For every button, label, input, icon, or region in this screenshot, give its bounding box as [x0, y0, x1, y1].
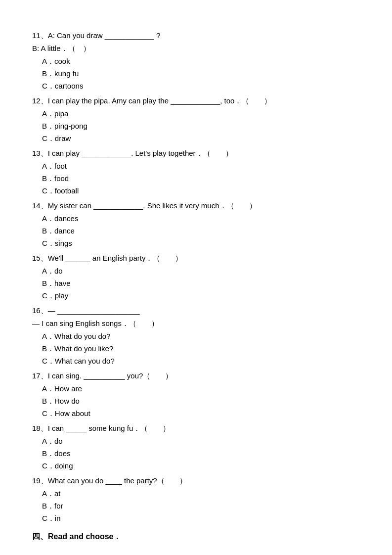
question-12-option-b: B．ping-pong [42, 120, 360, 132]
question-11-option-b: B．kung fu [42, 68, 360, 80]
question-19-option-c: C．in [42, 512, 360, 524]
question-18: 18、I can _____ some kung fu．（ ） A．do B．d… [32, 422, 360, 472]
question-12-number: 12、 [32, 96, 48, 105]
question-16-option-c: C．What can you do? [42, 355, 360, 367]
question-17: 17、I can sing. __________ you?（ ） A．How … [32, 370, 360, 419]
question-17-text: 17、I can sing. __________ you?（ ） [32, 370, 360, 382]
question-18-option-b: B．does [42, 448, 360, 460]
question-19-option-b: B．for [42, 500, 360, 512]
question-17-number: 17、 [32, 371, 48, 380]
question-12-option-c: C．draw [42, 133, 360, 144]
question-12-option-a: A．pipa [42, 108, 360, 120]
question-15-option-a: A．do [42, 265, 360, 277]
question-12: 12、I can play the pipa. Amy can play the… [32, 95, 360, 144]
question-14-option-a: A．dances [42, 213, 360, 225]
question-16-option-a: A．What do you do? [42, 330, 360, 342]
question-14-option-c: C．sings [42, 237, 360, 249]
question-17-option-b: B．How do [42, 395, 360, 407]
question-16: 16、— ____________________ — I can sing E… [32, 305, 360, 367]
question-15: 15、We'll ______ an English party．（ ） A．d… [32, 252, 360, 302]
question-16-subtext: — I can sing English songs．（ ） [32, 318, 360, 329]
question-19-text: 19、What can you do ____ the party?（ ） [32, 475, 360, 487]
question-15-option-b: B．have [42, 278, 360, 289]
question-11: 11、A: Can you draw ____________ ? B: A l… [32, 30, 360, 92]
question-17-option-a: A．How are [42, 383, 360, 395]
question-11-subtext: B: A little．（ ） [32, 43, 360, 54]
question-15-option-c: C．play [42, 290, 360, 302]
question-16-text: 16、— ____________________ [32, 305, 360, 317]
question-11-option-a: A．cook [42, 55, 360, 67]
question-16-option-b: B．What do you like? [42, 343, 360, 355]
question-13-option-c: C．football [42, 185, 360, 197]
question-11-option-c: C．cartoons [42, 80, 360, 92]
question-18-option-c: C．doing [42, 460, 360, 472]
question-15-number: 15、 [32, 254, 48, 262]
question-19-option-a: A．at [42, 488, 360, 500]
question-13: 13、I can play ____________. Let's play t… [32, 147, 360, 197]
question-19-number: 19、 [32, 476, 48, 485]
section-footer: 四、Read and choose． [32, 530, 360, 543]
question-17-option-c: C．How about [42, 408, 360, 419]
question-14-number: 14、 [32, 201, 48, 210]
question-15-text: 15、We'll ______ an English party．（ ） [32, 252, 360, 264]
question-18-option-a: A．do [42, 435, 360, 447]
question-11-text: 11、A: Can you draw ____________ ? [32, 30, 360, 42]
question-18-text: 18、I can _____ some kung fu．（ ） [32, 422, 360, 434]
question-18-number: 18、 [32, 424, 48, 432]
question-14-option-b: B．dance [42, 225, 360, 237]
question-13-number: 13、 [32, 149, 48, 157]
question-11-number: 11、 [32, 31, 48, 40]
question-13-option-a: A．foot [42, 160, 360, 172]
question-13-text: 13、I can play ____________. Let's play t… [32, 147, 360, 159]
question-14: 14、My sister can ____________. She likes… [32, 200, 360, 249]
question-19: 19、What can you do ____ the party?（ ） A．… [32, 475, 360, 524]
question-13-option-b: B．food [42, 173, 360, 185]
question-12-text: 12、I can play the pipa. Amy can play the… [32, 95, 360, 107]
question-14-text: 14、My sister can ____________. She likes… [32, 200, 360, 212]
question-16-number: 16、 [32, 306, 48, 315]
